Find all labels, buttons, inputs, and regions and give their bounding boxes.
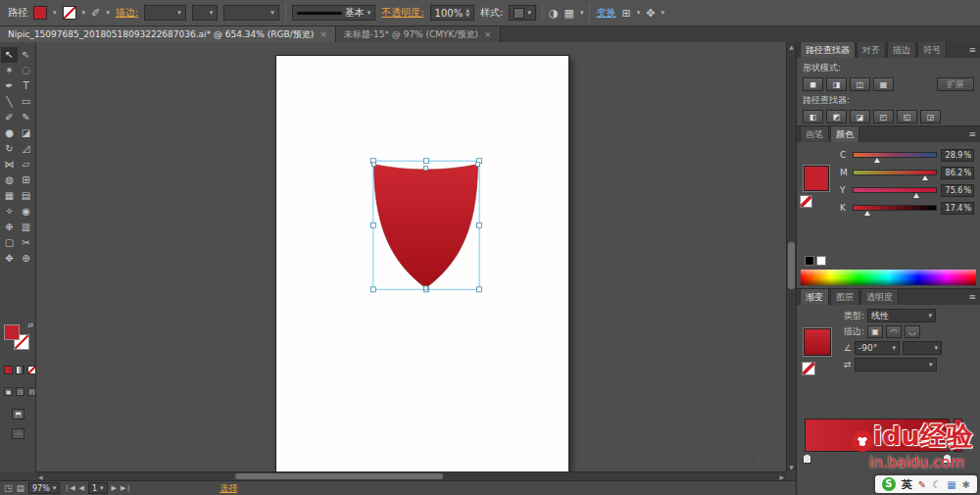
- next-artboard-icon[interactable]: ▶: [112, 484, 117, 492]
- align-icon[interactable]: ⊞: [621, 7, 630, 20]
- rotate-tool[interactable]: ↻: [1, 141, 18, 157]
- line-segment-tool[interactable]: ╲: [1, 94, 18, 110]
- draw-behind-button[interactable]: ◳: [16, 387, 24, 396]
- minus-front-button[interactable]: ◨: [826, 77, 847, 91]
- intersect-button[interactable]: ◫: [850, 77, 870, 91]
- expand-button[interactable]: 扩展: [937, 77, 974, 91]
- tab-brushes[interactable]: 画笔: [800, 125, 829, 142]
- tab-align[interactable]: 对齐: [857, 41, 886, 58]
- type-tool[interactable]: T: [18, 78, 34, 94]
- profile-select[interactable]: 基本▾: [292, 5, 376, 21]
- cyan-value-field[interactable]: 28.9%: [941, 149, 974, 162]
- scroll-down-icon[interactable]: ▼: [787, 464, 796, 470]
- draw-normal-button[interactable]: ▣: [4, 387, 13, 396]
- pen-mode-icon[interactable]: ✎: [918, 479, 926, 490]
- perspective-grid-tool[interactable]: ⊞: [18, 173, 34, 188]
- panel-menu-icon[interactable]: ≡: [968, 292, 976, 302]
- grid-icon[interactable]: ▤: [17, 483, 25, 493]
- document-tab-1[interactable]: Nipic_15097685_20180518093222687036.ai* …: [0, 26, 336, 42]
- black-swatch[interactable]: [805, 256, 814, 266]
- width-tool[interactable]: ⋈: [1, 157, 18, 173]
- stroke-along-icon[interactable]: ◠: [886, 325, 902, 338]
- gradient-stop-left[interactable]: [803, 454, 811, 464]
- vertical-scrollbar[interactable]: ▲ ▼: [786, 42, 796, 471]
- close-icon[interactable]: ×: [319, 29, 327, 39]
- slider-thumb-icon[interactable]: [922, 175, 928, 180]
- zoom-select[interactable]: 97%▾: [28, 482, 60, 494]
- yellow-slider[interactable]: [853, 184, 937, 196]
- screen-mode-button[interactable]: ⬒: [12, 409, 24, 420]
- slider-thumb-icon[interactable]: [864, 211, 870, 216]
- hand-tool[interactable]: ✥: [1, 251, 18, 267]
- eyedropper-tool[interactable]: ✧: [1, 204, 18, 220]
- divide-button[interactable]: ◧: [803, 110, 823, 124]
- gradient-type-select[interactable]: 线性▾: [867, 309, 936, 322]
- last-artboard-icon[interactable]: ▶❘: [121, 484, 131, 492]
- gradient-ramp[interactable]: [805, 419, 950, 452]
- panel-menu-icon[interactable]: ≡: [968, 45, 976, 55]
- slider-thumb-icon[interactable]: [874, 158, 880, 163]
- unite-button[interactable]: ◼: [803, 77, 823, 91]
- magic-wand-tool[interactable]: ✶: [1, 63, 18, 78]
- stroke-color-swatch[interactable]: [63, 6, 76, 20]
- preferences-grid-icon[interactable]: ▦: [564, 7, 574, 20]
- mesh-tool[interactable]: ▦: [1, 188, 18, 204]
- keyboard-icon[interactable]: ▦: [947, 479, 956, 490]
- artboard-tool[interactable]: ▢: [1, 235, 18, 251]
- stroke-link[interactable]: 描边:: [116, 6, 138, 20]
- ime-language-toggle[interactable]: 英: [902, 477, 912, 492]
- opacity-field[interactable]: 100%▲▼: [430, 5, 474, 21]
- fill-swatch[interactable]: [4, 324, 20, 340]
- collapse-icon[interactable]: ◳: [4, 483, 13, 493]
- magenta-slider[interactable]: [853, 167, 937, 178]
- blob-brush-tool[interactable]: ●: [1, 125, 18, 141]
- yellow-value-field[interactable]: 75.6%: [941, 184, 974, 197]
- opacity-link[interactable]: 不透明度:: [381, 6, 423, 20]
- gradient-location-field[interactable]: ▾: [855, 358, 937, 371]
- document-setup-icon[interactable]: ◑: [549, 7, 559, 20]
- artboard[interactable]: [275, 55, 569, 471]
- tab-layers[interactable]: 图层: [830, 288, 859, 305]
- transform-link[interactable]: 变换: [596, 6, 615, 20]
- black-value-field[interactable]: 17.4%: [941, 202, 974, 215]
- vertical-scroll-thumb[interactable]: [788, 242, 795, 289]
- shield-shape[interactable]: [373, 165, 477, 288]
- column-graph-tool[interactable]: ▥: [18, 220, 34, 235]
- gradient-angle-field[interactable]: -90°▾: [855, 341, 900, 355]
- white-swatch[interactable]: [816, 256, 826, 266]
- eraser-tool[interactable]: ◪: [18, 125, 34, 141]
- pencil-tool[interactable]: ✎: [18, 110, 34, 125]
- settings-icon[interactable]: ✱: [962, 479, 970, 490]
- panel-menu-icon[interactable]: ≡: [968, 129, 976, 139]
- lasso-tool[interactable]: ◌: [18, 63, 34, 78]
- symbol-sprayer-tool[interactable]: ❉: [1, 220, 18, 235]
- gradient-tool[interactable]: ▤: [18, 188, 34, 204]
- gradient-ramp-side[interactable]: [954, 419, 962, 452]
- minus-back-button[interactable]: ◲: [920, 110, 941, 124]
- scroll-up-icon[interactable]: ▲: [787, 43, 796, 50]
- brush-select[interactable]: ▾: [223, 5, 279, 21]
- draw-inside-button[interactable]: ◰: [27, 387, 36, 396]
- swap-fill-stroke-icon[interactable]: ⇄: [27, 322, 33, 329]
- slider-thumb-icon[interactable]: [913, 193, 919, 198]
- tab-symbols[interactable]: 符号: [917, 41, 947, 58]
- magenta-value-field[interactable]: 86.2%: [941, 167, 974, 179]
- tab-stroke[interactable]: 描边: [887, 41, 916, 58]
- toolbar-more-button[interactable]: ⋯: [12, 428, 24, 439]
- current-fill-swatch[interactable]: [804, 166, 829, 191]
- black-slider[interactable]: [853, 202, 937, 214]
- sogou-logo-icon[interactable]: S: [882, 477, 896, 491]
- prev-artboard-icon[interactable]: ◀: [79, 484, 84, 492]
- horizontal-scrollbar[interactable]: ◀ ▶: [36, 471, 786, 480]
- night-mode-icon[interactable]: ☾: [932, 479, 941, 490]
- color-spectrum[interactable]: [801, 270, 976, 285]
- outline-button[interactable]: ◱: [897, 110, 917, 124]
- merge-button[interactable]: ◪: [850, 110, 870, 124]
- direct-selection-tool[interactable]: ⇖: [18, 47, 34, 63]
- gradient-swatch[interactable]: [804, 328, 831, 356]
- gradient-stop-right[interactable]: [943, 454, 952, 464]
- crop-button[interactable]: ◰: [873, 110, 894, 124]
- tab-transparency[interactable]: 透明度: [860, 288, 899, 305]
- first-artboard-icon[interactable]: ❘◀: [64, 484, 74, 492]
- stroke-across-icon[interactable]: ◡: [905, 325, 920, 338]
